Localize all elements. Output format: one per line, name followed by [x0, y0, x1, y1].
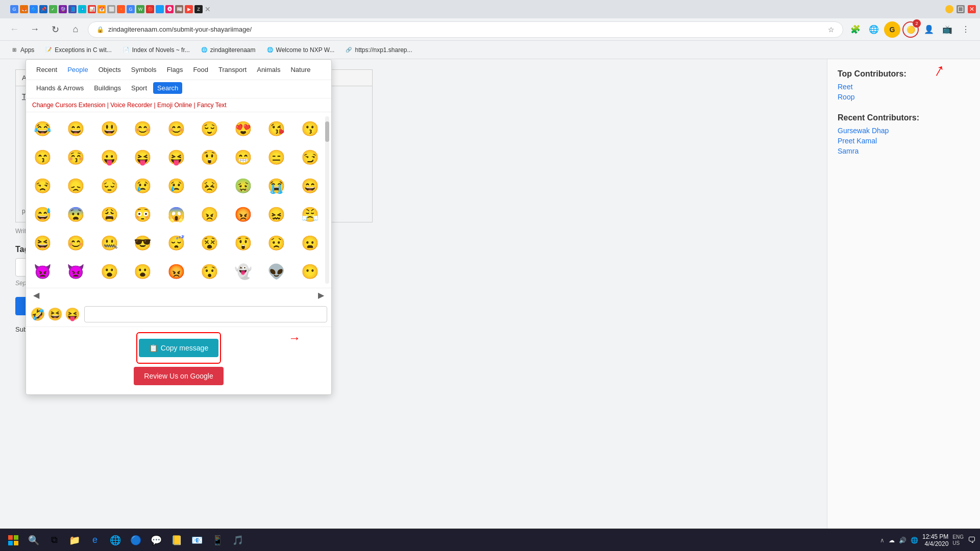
- emoji-prev-arrow[interactable]: ◀: [30, 289, 42, 301]
- emoji-ghost[interactable]: 👻: [229, 257, 257, 286]
- taskbar-skype[interactable]: 💬: [147, 531, 165, 549]
- taskbar-outlook[interactable]: 📧: [188, 531, 206, 549]
- emoji-smirk[interactable]: 😏: [296, 143, 324, 171]
- emoji-nav-symbols[interactable]: Symbols: [127, 64, 161, 76]
- emoji-stuck-out-2[interactable]: 😝: [162, 143, 190, 171]
- emoji-pouting[interactable]: 😡: [162, 257, 190, 286]
- taskbar-chrome[interactable]: 🔵: [127, 531, 145, 549]
- taskbar-file-explorer[interactable]: 📁: [65, 531, 84, 549]
- emoji-worried[interactable]: 😟: [262, 229, 291, 257]
- emoji-laughing-tears[interactable]: 😂: [28, 114, 57, 143]
- translate-icon[interactable]: 🌐: [866, 21, 882, 38]
- emoji-stuck-out[interactable]: 😛: [95, 143, 124, 171]
- bookmark-exceptions[interactable]: 📝 Exceptions in C wit...: [40, 44, 115, 56]
- emoji-kissing-smiling[interactable]: 😙: [28, 143, 57, 171]
- emoji-kissing-heart[interactable]: 😘: [262, 114, 291, 143]
- emoji-grin[interactable]: 😁: [229, 143, 257, 171]
- address-bar[interactable]: 🔒 zindagiterenaam.com/submit-your-shayar…: [88, 21, 843, 38]
- emoji-astonished[interactable]: 😳: [129, 200, 157, 229]
- emoji-heart-eyes[interactable]: 😍: [229, 114, 257, 143]
- bookmark-index-novels[interactable]: 📄 Index of Novels ~ fr...: [118, 44, 194, 56]
- fancy-text-link[interactable]: Fancy Text: [197, 102, 227, 109]
- emoji-no-mouth[interactable]: 😶: [296, 257, 324, 286]
- emoji-imp[interactable]: 👿: [28, 257, 57, 286]
- bookmark-zindagi[interactable]: 🌐 zindagiterenaam: [196, 44, 260, 56]
- emoji-scrollbar[interactable]: [325, 116, 329, 284]
- emoji-kissing-closed[interactable]: 😚: [62, 143, 90, 171]
- contributor-preet[interactable]: Preet Kamal: [838, 137, 970, 145]
- cast-icon[interactable]: 📺: [939, 21, 955, 38]
- home-button[interactable]: ⌂: [67, 21, 84, 38]
- emoji-persevere[interactable]: 😣: [195, 171, 224, 200]
- back-button[interactable]: ←: [6, 21, 22, 38]
- emoji-nav-food[interactable]: Food: [189, 64, 212, 76]
- emoji-nav-sport[interactable]: Sport: [127, 82, 151, 94]
- emoji-smiley[interactable]: 😃: [95, 114, 124, 143]
- emoji-joy[interactable]: 😄: [296, 171, 324, 200]
- emoji-dizzy[interactable]: 😵: [195, 229, 224, 257]
- taskbar-media[interactable]: 🎵: [229, 531, 247, 549]
- emoji-weary[interactable]: 😩: [95, 200, 124, 229]
- bookmark-nxp[interactable]: 🌐 Welcome to NXP W...: [262, 44, 339, 56]
- emoji-nav-people[interactable]: People: [63, 64, 92, 76]
- emoji-scream[interactable]: 😱: [162, 200, 190, 229]
- copy-message-button[interactable]: 📋 Copy message: [139, 339, 218, 357]
- maximize-btn[interactable]: [957, 5, 965, 13]
- emoji-nav-recent[interactable]: Recent: [32, 64, 61, 76]
- account-icon[interactable]: G: [884, 21, 900, 38]
- taskbar-volume-icon[interactable]: 🔊: [899, 537, 906, 544]
- emoji-fearful[interactable]: 😨: [62, 200, 90, 229]
- emoji-nav-transport[interactable]: Transport: [214, 64, 251, 76]
- taskbar-sticky[interactable]: 📒: [167, 531, 186, 549]
- emoji-hushed[interactable]: 😮: [95, 257, 124, 286]
- extensions-icon[interactable]: 🧩: [847, 21, 864, 38]
- emoji-next-arrow[interactable]: ▶: [315, 289, 327, 301]
- emoji-cry[interactable]: 😢: [129, 171, 157, 200]
- emoji-grinning[interactable]: 😄: [62, 114, 90, 143]
- contributor-samra[interactable]: Samra: [838, 147, 970, 155]
- emoji-sunglasses[interactable]: 😎: [129, 229, 157, 257]
- emoji-nav-nature[interactable]: Nature: [286, 64, 314, 76]
- emoji-flushed[interactable]: 😲: [195, 143, 224, 171]
- review-google-button[interactable]: Review Us on Google: [134, 367, 223, 385]
- emoji-stuck-out-wink[interactable]: 😝: [129, 143, 157, 171]
- bookmark-sharepoint[interactable]: 🔗 https://nxp1.sharep...: [340, 44, 416, 56]
- emoji-kissing[interactable]: 😗: [296, 114, 324, 143]
- emoji-disappointed[interactable]: 😞: [62, 171, 90, 200]
- emoji-imp-2[interactable]: 👿: [62, 257, 90, 286]
- close-btn[interactable]: ✕: [968, 5, 976, 13]
- minimize-btn[interactable]: [945, 5, 953, 13]
- emoji-hushed-2[interactable]: 😮: [129, 257, 157, 286]
- taskbar-globe[interactable]: 🌐: [106, 531, 125, 549]
- emoji-nav-hands[interactable]: Hands & Arrows: [32, 82, 88, 94]
- emoji-nav-animals[interactable]: Animals: [253, 64, 284, 76]
- taskbar-task-view[interactable]: ⧉: [45, 531, 63, 549]
- emoji-zipper[interactable]: 🤐: [95, 229, 124, 257]
- emoji-anguished[interactable]: 😦: [296, 229, 324, 257]
- emoji-relieved[interactable]: 😌: [195, 114, 224, 143]
- star-icon[interactable]: ☆: [828, 26, 835, 34]
- emoji-sob[interactable]: 😭: [262, 171, 291, 200]
- change-cursors-link[interactable]: Change Cursors Extension: [32, 102, 105, 109]
- emoji-alien[interactable]: 👽: [262, 257, 291, 286]
- emoji-face-open[interactable]: 😯: [195, 257, 224, 286]
- emoji-blush[interactable]: 😊: [129, 114, 157, 143]
- emoji-unamused[interactable]: 😒: [28, 171, 57, 200]
- emoji-confounded[interactable]: 😖: [262, 200, 291, 229]
- emoji-expressionless[interactable]: 😑: [262, 143, 291, 171]
- taskbar-search[interactable]: 🔍: [24, 531, 43, 549]
- menu-icon[interactable]: ⋮: [958, 21, 974, 38]
- taskbar-notification-center[interactable]: 🗨: [968, 536, 976, 545]
- recent-emoji-3[interactable]: 😝: [65, 307, 80, 321]
- emoji-text-input[interactable]: [84, 306, 327, 322]
- forward-button[interactable]: →: [27, 21, 43, 38]
- emoji-nauseated[interactable]: 🤢: [229, 171, 257, 200]
- recent-emoji-1[interactable]: 🤣: [30, 307, 45, 321]
- voice-recorder-link[interactable]: Voice Recorder: [110, 102, 152, 109]
- taskbar-start-button[interactable]: [4, 531, 22, 549]
- emoji-open-mouth[interactable]: 😲: [229, 229, 257, 257]
- emoji-satisfied[interactable]: 😆: [28, 229, 57, 257]
- bookmark-apps[interactable]: ⊞ Apps: [6, 44, 38, 56]
- emoji-nav-search[interactable]: Search: [153, 82, 182, 94]
- contributor-roop[interactable]: Roop: [838, 93, 970, 101]
